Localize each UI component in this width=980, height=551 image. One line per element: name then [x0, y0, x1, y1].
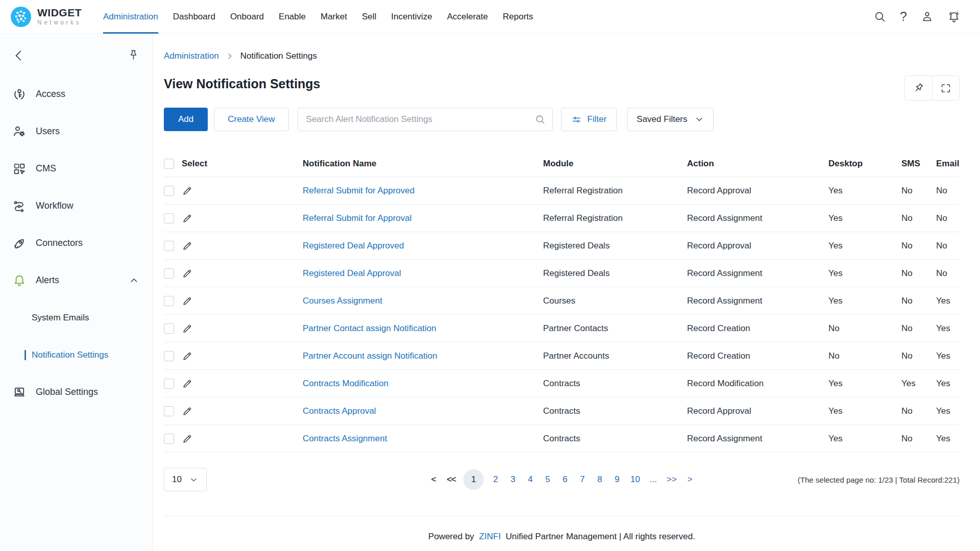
profile-icon[interactable]	[921, 10, 934, 23]
sidebar-item-access[interactable]: Access	[0, 76, 153, 113]
filter-label: Filter	[587, 114, 607, 124]
previous-page-button[interactable]: <	[428, 474, 439, 485]
notification-name-link[interactable]: Registered Deal Approval	[303, 268, 401, 278]
desktop-cell: Yes	[828, 296, 901, 306]
notification-name-link[interactable]: Contracts Modification	[303, 379, 388, 388]
search-input[interactable]	[298, 114, 534, 124]
notification-name-link[interactable]: Partner Contact assign Notification	[303, 323, 436, 333]
notifications-bell-icon[interactable]	[947, 10, 961, 23]
page-number-button[interactable]: 9	[611, 474, 623, 485]
nav-item[interactable]: Reports	[503, 0, 533, 34]
table-row: Referral Submit for Approved Referral Re…	[164, 177, 960, 205]
page-number-button[interactable]: 3	[507, 474, 519, 485]
edit-pencil-icon[interactable]	[182, 433, 193, 444]
edit-pencil-icon[interactable]	[182, 295, 193, 307]
help-icon[interactable]: ?	[900, 10, 907, 23]
page-number-button[interactable]: 1	[463, 469, 484, 490]
search-icon[interactable]	[534, 114, 546, 125]
sidebar-item-connectors[interactable]: Connectors	[0, 224, 153, 262]
notification-name-link[interactable]: Contracts Approval	[303, 406, 376, 416]
pagination-summary: (The selected page no: 1/23 | Total Reco…	[798, 475, 960, 484]
pin-sidebar-icon[interactable]	[128, 49, 139, 61]
edit-pencil-icon[interactable]	[182, 185, 193, 196]
page-size-select[interactable]: 10	[164, 468, 207, 491]
sms-cell: No	[901, 268, 936, 279]
desktop-cell: Yes	[828, 241, 901, 251]
last-page-button[interactable]: >>	[665, 474, 678, 485]
notification-name-link[interactable]: Registered Deal Approved	[303, 241, 404, 251]
page-number-button[interactable]: 5	[542, 474, 553, 485]
page-number-button[interactable]: 8	[594, 474, 605, 485]
row-checkbox[interactable]	[164, 241, 174, 251]
row-checkbox[interactable]	[164, 351, 174, 361]
breadcrumb-link-administration[interactable]: Administration	[164, 51, 219, 61]
sidebar-item-global-settings[interactable]: Global Settings	[0, 373, 153, 411]
ellipsis-pages-button[interactable]: ...	[648, 474, 659, 485]
nav-item[interactable]: Dashboard	[173, 0, 215, 34]
page-number-button[interactable]: 2	[490, 474, 501, 485]
row-checkbox[interactable]	[164, 379, 174, 389]
collapse-back-icon[interactable]	[12, 49, 26, 62]
fullscreen-button[interactable]	[932, 76, 959, 100]
nav-item[interactable]: Onboard	[230, 0, 264, 34]
row-checkbox[interactable]	[164, 406, 174, 416]
main-content: Administration Notification Settings Vie…	[153, 34, 980, 551]
sidebar-subitem-notification-settings[interactable]: Notification Settings	[0, 336, 153, 373]
notification-name-link[interactable]: Contracts Assignment	[303, 434, 387, 443]
sidebar-item-users[interactable]: Users	[0, 113, 153, 150]
desktop-cell: Yes	[828, 268, 901, 279]
email-cell: Yes	[936, 351, 960, 361]
edit-pencil-icon[interactable]	[182, 213, 193, 224]
sidebar-item-alerts[interactable]: Alerts	[0, 262, 153, 299]
edit-pencil-icon[interactable]	[182, 323, 193, 334]
module-cell: Contracts	[543, 434, 687, 444]
nav-item[interactable]: Incentivize	[391, 0, 432, 34]
nav-item[interactable]: Administration	[103, 0, 158, 34]
footer-brand-link[interactable]: ZINFI	[479, 532, 501, 541]
desktop-cell: Yes	[828, 213, 901, 223]
nav-item[interactable]: Accelerate	[447, 0, 488, 34]
notification-name-link[interactable]: Referral Submit for Approval	[303, 213, 412, 223]
row-checkbox[interactable]	[164, 296, 174, 306]
sidebar-item-cms[interactable]: CMS	[0, 150, 153, 187]
page-number-button[interactable]: 4	[525, 474, 536, 485]
notification-name-link[interactable]: Courses Assignment	[303, 296, 382, 306]
page-number-button[interactable]: 10	[629, 474, 642, 485]
pin-view-button[interactable]	[905, 76, 932, 100]
desktop-cell: Yes	[828, 186, 901, 196]
row-checkbox[interactable]	[164, 434, 174, 444]
edit-pencil-icon[interactable]	[182, 268, 193, 279]
notification-name-link[interactable]: Referral Submit for Approved	[303, 186, 414, 195]
add-button[interactable]: Add	[164, 108, 208, 131]
create-view-button[interactable]: Create View	[214, 108, 288, 131]
select-all-checkbox[interactable]	[164, 159, 174, 169]
next-page-button[interactable]: >	[684, 474, 696, 485]
module-cell: Contracts	[543, 379, 687, 389]
saved-filters-button[interactable]: Saved Filters	[627, 108, 713, 131]
filter-button[interactable]: Filter	[561, 108, 617, 131]
edit-pencil-icon[interactable]	[182, 240, 193, 252]
edit-pencil-icon[interactable]	[182, 406, 193, 417]
first-page-button[interactable]: <<	[445, 474, 457, 485]
search-icon[interactable]	[873, 10, 886, 23]
row-checkbox[interactable]	[164, 323, 174, 334]
notification-name-link[interactable]: Partner Account assign Notification	[303, 351, 437, 361]
edit-pencil-icon[interactable]	[182, 378, 193, 389]
sidebar-item-workflow[interactable]: Workflow	[0, 187, 153, 224]
workflow-path-icon	[12, 199, 27, 213]
page-number-button[interactable]: 6	[559, 474, 571, 485]
sidebar-subitem-system-emails[interactable]: System Emails	[0, 299, 153, 336]
edit-pencil-icon[interactable]	[182, 350, 193, 362]
action-cell: Record Creation	[687, 351, 828, 361]
row-checkbox[interactable]	[164, 186, 174, 196]
nav-item[interactable]: Sell	[362, 0, 376, 34]
nav-item[interactable]: Enable	[279, 0, 306, 34]
desktop-cell: Yes	[828, 434, 901, 444]
row-checkbox[interactable]	[164, 213, 174, 223]
nav-item[interactable]: Market	[321, 0, 347, 34]
page-number-button[interactable]: 7	[577, 474, 588, 485]
row-checkbox[interactable]	[164, 268, 174, 279]
page-title: View Notification Settings	[164, 77, 960, 91]
sms-cell: No	[901, 296, 936, 306]
brand-logo[interactable]: WIDGET Networks	[10, 6, 82, 28]
